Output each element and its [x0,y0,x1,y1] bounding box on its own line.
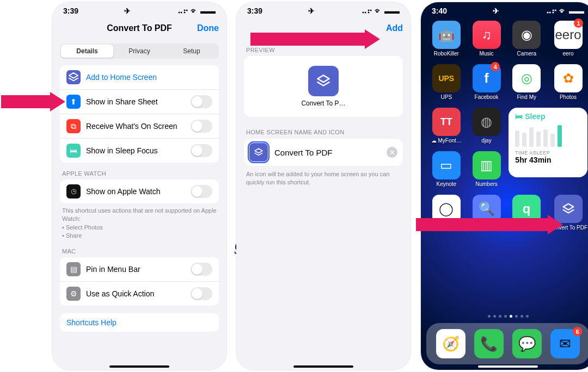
status-time: 3:40 [432,7,447,15]
app-facebook[interactable]: f4Facebook [469,64,505,100]
watch-icon: ⌚︎ [66,184,81,199]
watch-note: This shortcut uses actions that are not … [60,203,219,240]
callout-arrow-1 [1,92,65,111]
app-label: Photos [560,94,577,100]
row-sleep-focus[interactable]: 🛏︎ Show in Sleep Focus [60,138,219,163]
home-indicator[interactable] [478,365,538,368]
preview-card: Convert To P… [244,56,403,117]
toggle[interactable] [191,263,212,276]
app-label: Music [479,51,493,57]
app-label: eero [563,51,574,57]
app-robokiller[interactable]: 🤖RoboKiller [428,21,464,57]
row-pin-menubar[interactable]: ▤ Pin in Menu Bar [60,257,219,281]
dock-phone[interactable]: 📞 [474,329,504,358]
app-label: UPS [441,94,452,100]
tab-setup[interactable]: Setup [166,45,218,58]
badge: 6 [573,327,582,336]
row-label: Shortcuts Help [66,318,117,327]
name-header: HOME SCREEN NAME AND ICON [246,129,401,135]
home-indicator[interactable] [109,365,169,368]
app-label: RoboKiller [434,51,459,57]
segmented-control[interactable]: Details Privacy Setup [60,44,219,59]
home-indicator[interactable] [293,365,353,368]
toggle[interactable] [191,144,212,157]
menubar-icon: ▤ [66,262,81,276]
status-icons: ⠤⠖ᯤ▬▬ [359,7,400,15]
icon-picker[interactable] [249,143,268,162]
bed-icon: 🛏︎ [66,144,81,158]
sleep-widget[interactable]: 🛏︎ SleepTIME ASLEEP5hr 43min [509,108,587,177]
callout-arrow-2 [250,29,380,49]
callout-arrow-3 [416,215,563,234]
add-button[interactable]: Add [386,23,403,33]
gear-icon: ⚙︎ [66,287,81,301]
screenshot-home-screen: 3:40✈︎ ⠤⠖ᯤ▬▬ 🤖RoboKiller♫Music◉Cameraeer… [421,2,588,370]
app-label: Find My [517,94,536,100]
row-share-sheet[interactable]: ⬆︎ Show in Share Sheet [60,89,219,114]
app-label: Facebook [475,94,499,100]
status-icons: ⠤⠖ᯤ▬▬ [175,7,216,15]
dock-messages[interactable]: 💬 [512,329,542,358]
app-label: djay [481,138,491,144]
app-camera[interactable]: ◉Camera [509,21,544,57]
dock-mail[interactable]: ✉︎6 [550,329,580,358]
row-label: Receive What's On Screen [86,122,177,131]
app-photos[interactable]: ✿Photos [549,64,587,100]
share-icon: ⬆︎ [66,95,81,109]
screen-icon: ⧉ [66,119,81,133]
status-time: 3:39 [63,7,78,15]
row-label: Use as Quick Action [86,289,154,298]
status-icons: ⠤⠖ᯤ▬▬ [544,7,584,15]
section-header-watch: APPLE WATCH [62,170,217,177]
row-label: Pin in Menu Bar [86,265,140,274]
status-time: 3:39 [247,7,262,15]
shortcut-icon [66,70,81,84]
dock: 🧭📞💬✉︎6 [426,323,588,364]
row-shortcuts-help[interactable]: Shortcuts Help [60,313,219,332]
row-label: Show on Apple Watch [86,187,160,196]
page-indicator[interactable] [421,315,588,318]
app-music[interactable]: ♫Music [469,21,505,57]
tab-details[interactable]: Details [61,45,113,58]
row-apple-watch[interactable]: ⌚︎ Show on Apple Watch [60,179,219,203]
nav-title: Convert To PDF [107,23,172,33]
name-card: ✕ [244,139,403,166]
app-label: ☁︎ MyFont… [431,138,462,144]
toggle[interactable] [191,185,212,198]
toggle[interactable] [191,287,212,300]
app-numbers[interactable]: ▥Numbers [469,151,505,187]
hint-text: An icon will be added to your home scree… [246,170,401,187]
name-input[interactable] [273,147,387,158]
app-find-my[interactable]: ◎Find My [509,64,544,100]
app-label: Camera [517,51,536,57]
app-myfont-[interactable]: TT☁︎ MyFont… [428,108,464,144]
app-eero[interactable]: eero1eero [549,21,587,57]
app-djay[interactable]: ◍djay [469,108,505,144]
row-quick-action[interactable]: ⚙︎ Use as Quick Action [60,281,219,306]
screenshot-shortcut-details: 3:39✈︎ ⠤⠖ᯤ▬▬ Convert To PDF Done Details… [52,2,226,370]
clear-button[interactable]: ✕ [387,147,397,158]
app-label: Keynote [436,181,456,187]
row-add-to-home[interactable]: Add to Home Screen [60,65,219,89]
app-keynote[interactable]: ▭Keynote [428,151,464,187]
section-header-mac: MAC [62,248,217,255]
screenshot-add-to-home: 3:39✈︎ ⠤⠖ᯤ▬▬ Add PREVIEW Convert To P… H… [236,2,411,370]
row-label: Add to Home Screen [86,73,157,82]
badge: 1 [574,18,583,28]
toggle[interactable] [191,95,212,108]
app-label: Numbers [475,181,498,187]
toggle[interactable] [191,120,212,133]
tab-privacy[interactable]: Privacy [113,45,166,58]
row-label: Show in Share Sheet [86,97,158,106]
preview-label: Convert To P… [301,100,345,107]
app-ups[interactable]: UPSUPS [428,64,464,100]
preview-icon [308,66,339,96]
row-on-screen[interactable]: ⧉ Receive What's On Screen [60,114,219,138]
row-label: Show in Sleep Focus [86,146,158,155]
dock-safari[interactable]: 🧭 [436,329,465,358]
done-button[interactable]: Done [197,23,219,33]
